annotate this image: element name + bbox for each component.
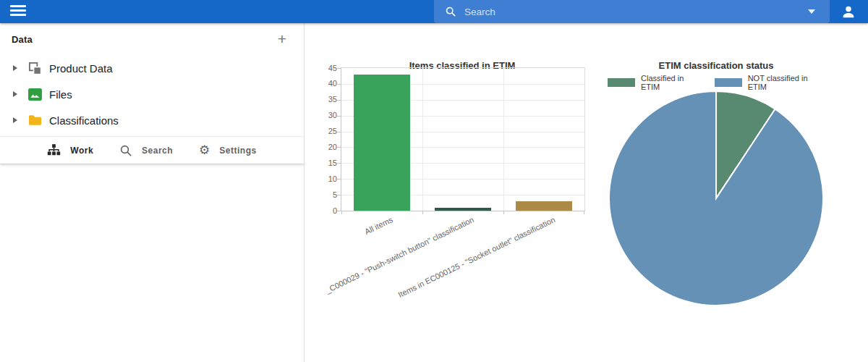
legend-item-not-classified[interactable]: NOT classified in ETIM: [715, 74, 825, 91]
grid-line: [422, 68, 423, 211]
y-axis-tick: [337, 163, 341, 164]
tree-item-files[interactable]: Files: [0, 81, 304, 107]
y-axis-tick: [337, 132, 341, 132]
search-dropdown-icon[interactable]: [808, 9, 815, 14]
legend-item-classified[interactable]: Classified in ETIM: [608, 74, 702, 91]
bar: [435, 208, 491, 211]
folder-icon: [27, 113, 42, 127]
x-axis-category-label: Items in EC000125 - "Socket outlet" clas…: [396, 215, 556, 299]
toolbar-item-label: Search: [142, 146, 173, 156]
add-button[interactable]: +: [276, 32, 288, 46]
x-axis-category-label: _C000029 - "Push-switch button" classifi…: [324, 215, 475, 295]
toolbar-item-settings[interactable]: ⚙ Settings: [199, 144, 257, 156]
search-input[interactable]: [463, 6, 808, 18]
sidebar-toolbar: Work Search ⚙ Settings: [0, 136, 304, 164]
y-axis-tick-label: 0: [310, 206, 337, 216]
pie-chart-title: ETIM classification status: [608, 60, 825, 71]
sidebar-title: Data: [12, 34, 33, 45]
search-bar[interactable]: [434, 0, 830, 23]
menu-bar: [10, 14, 26, 16]
y-axis-tick: [337, 179, 341, 180]
top-app-bar: [0, 0, 868, 23]
menu-bar: [10, 5, 26, 7]
y-axis-tick-label: 45: [310, 64, 337, 73]
x-axis-tick: [584, 211, 584, 214]
pie-slice-not-classified-in-etim: [609, 91, 823, 306]
y-axis-tick-label: 35: [310, 95, 337, 104]
image-file-icon: [27, 87, 42, 101]
grid-line: [503, 68, 504, 211]
y-axis-tick: [337, 147, 341, 148]
y-axis-tick: [337, 68, 341, 69]
y-axis-tick-label: 5: [310, 190, 337, 200]
bar: [354, 75, 410, 211]
x-axis-category-label: All items: [364, 215, 395, 236]
y-axis-tick: [337, 100, 341, 101]
y-axis-tick-label: 25: [310, 127, 337, 136]
expand-caret-icon[interactable]: [13, 65, 17, 71]
copy-pages-icon: [27, 61, 42, 75]
legend-swatch-not-classified: [715, 78, 742, 87]
x-axis-tick: [503, 211, 504, 214]
pie-chart: [608, 90, 825, 307]
tree-item-product-data[interactable]: Product Data: [0, 55, 304, 81]
pie-legend: Classified in ETIM NOT classified in ETI…: [608, 74, 825, 91]
user-avatar-icon[interactable]: [841, 4, 856, 20]
bar: [516, 201, 572, 211]
legend-label: Classified in ETIM: [641, 74, 702, 91]
y-axis-tick-label: 40: [310, 79, 337, 88]
legend-swatch-classified: [608, 78, 635, 87]
sidebar: Data + Product Data Files: [0, 23, 305, 362]
search-icon: [119, 144, 132, 157]
expand-caret-icon[interactable]: [13, 117, 17, 123]
toolbar-item-work[interactable]: Work: [47, 143, 93, 157]
y-axis-tick: [337, 84, 341, 85]
legend-label: NOT classified in ETIM: [748, 74, 825, 91]
hierarchy-icon: [47, 143, 61, 157]
expand-caret-icon[interactable]: [13, 91, 17, 97]
y-axis-tick-label: 15: [310, 159, 337, 168]
toolbar-item-search[interactable]: Search: [119, 144, 173, 157]
search-icon: [445, 6, 456, 17]
y-axis-tick-label: 20: [310, 143, 337, 152]
tree-item-label: Product Data: [49, 62, 113, 75]
y-axis-tick-label: 30: [310, 111, 337, 120]
x-axis-tick: [341, 211, 342, 214]
gear-icon: ⚙: [199, 144, 210, 156]
toolbar-item-label: Settings: [219, 146, 256, 156]
tree-item-label: Classifications: [49, 114, 119, 127]
bar-chart-plot: 051015202530354045All items_C000029 - "P…: [341, 67, 585, 211]
dashboard-pane: Items classified in ETIM 051015202530354…: [305, 23, 868, 362]
tree-item-label: Files: [49, 88, 72, 101]
sidebar-header: Data +: [0, 23, 304, 55]
tree-item-classifications[interactable]: Classifications: [0, 107, 304, 133]
y-axis-tick: [337, 116, 341, 117]
menu-bar: [10, 9, 26, 12]
y-axis-tick: [337, 195, 341, 195]
y-axis-tick-label: 10: [310, 174, 337, 184]
menu-icon[interactable]: [10, 5, 26, 18]
x-axis-tick: [422, 211, 423, 214]
toolbar-item-label: Work: [70, 146, 93, 156]
data-tree: Product Data Files Classifications: [0, 55, 304, 133]
